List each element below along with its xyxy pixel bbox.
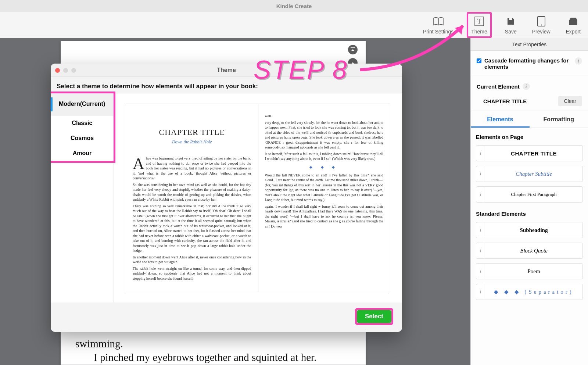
info-icon[interactable]: i — [476, 222, 485, 238]
app-titlebar: Kindle Create — [0, 0, 588, 12]
selection-marker-icon — [51, 97, 53, 111]
export-button[interactable]: Export — [564, 12, 583, 38]
book-page-left: CHAPTER TITLE Down the Rabbit-Hole Alice… — [126, 104, 258, 292]
preview-paragraph: The rabbit-hole went straight on like a … — [133, 266, 251, 281]
cascade-label: Cascade formatting changes for elements — [484, 57, 572, 70]
element-chapter-title[interactable]: i CHAPTER TITLE — [476, 145, 583, 161]
preview-paragraph: le to herself, 'after such a fall as thi… — [265, 151, 384, 161]
element-subheading[interactable]: i Subheading — [476, 222, 583, 238]
standard-elements-label: Standard Elements — [471, 205, 588, 220]
export-box-icon — [568, 16, 579, 27]
modal-title: Theme — [217, 67, 236, 74]
modal-footer: Select — [51, 303, 402, 330]
book-page-right: well. very deep, or she fell very slowly… — [258, 104, 390, 292]
app-title: Kindle Create — [276, 3, 312, 9]
zoom-window-icon — [71, 68, 76, 73]
cascade-checkbox[interactable] — [477, 58, 481, 63]
select-button[interactable]: Select — [357, 310, 391, 323]
clear-button[interactable]: Clear — [558, 96, 582, 106]
panel-tabs: Elements Formatting — [471, 111, 588, 128]
preview-paragraph: So she was considering in her own mind (… — [133, 182, 251, 202]
info-icon[interactable]: i — [476, 264, 485, 279]
tablet-icon — [536, 16, 547, 27]
select-button-highlight: Select — [355, 308, 393, 325]
info-icon[interactable]: i — [476, 146, 485, 161]
modal-instruction: Select a theme to determine how elements… — [51, 77, 402, 93]
preview-paragraph: well. — [265, 114, 384, 119]
minimize-window-icon — [63, 68, 68, 73]
elements-on-page-label: Elements on Page — [471, 128, 588, 143]
element-first-paragraph[interactable]: i Chapter First Paragraph — [476, 186, 583, 203]
preview-paragraph: In another moment down went Alice after … — [133, 255, 251, 265]
dropcap: A — [133, 156, 146, 170]
info-icon[interactable]: i — [476, 187, 485, 202]
preview-separator: ◆ ◆ ◆ — [265, 165, 384, 169]
preview-paragraph: There was nothing so very remarkable in … — [133, 204, 251, 253]
print-settings-button[interactable]: Print Settings — [421, 12, 456, 38]
element-separator[interactable]: i ◆ ◆ ◆ (Separator) — [476, 284, 583, 300]
theme-item-modern[interactable]: Modern(Current) — [51, 93, 114, 116]
close-window-icon[interactable] — [55, 68, 60, 73]
preview-paragraph: Alice was beginning to get very tired of… — [133, 156, 251, 181]
theme-modal: Theme Select a theme to determine how el… — [51, 64, 402, 332]
theme-item-amour[interactable]: Amour — [51, 146, 114, 161]
save-button[interactable]: Save — [503, 12, 519, 38]
text-properties-panel: Text Properties Cascade formatting chang… — [470, 38, 588, 365]
info-icon[interactable]: i — [476, 243, 485, 258]
doc-text-line: I pinched my eyebrows together and squin… — [94, 351, 316, 364]
preview-paragraph: again. 'I wonder if I shall fall right w… — [265, 204, 384, 229]
svg-point-3 — [541, 24, 542, 25]
preview-paragraph: Would the fall NEVER come to an end! 'I … — [265, 173, 384, 203]
book-icon — [433, 16, 444, 27]
info-icon[interactable]: i — [523, 83, 530, 90]
panel-title: Text Properties — [471, 38, 588, 51]
element-poem[interactable]: i Poem — [476, 263, 583, 279]
svg-rect-4 — [351, 47, 355, 48]
element-chapter-subtitle[interactable]: i Chapter Subtitle — [476, 166, 583, 182]
preview-button[interactable]: Preview — [530, 12, 553, 38]
modal-titlebar: Theme — [51, 64, 402, 77]
current-element-label: Current Element — [477, 83, 520, 90]
book-spread: CHAPTER TITLE Down the Rabbit-Hole Alice… — [126, 104, 390, 292]
doc-text-line: swimming. — [75, 338, 316, 350]
theme-item-classic[interactable]: Classic — [51, 116, 114, 131]
preview-chapter-title: CHAPTER TITLE — [133, 128, 251, 137]
element-block-quote[interactable]: i Block Quote — [476, 243, 583, 259]
window-traffic-lights — [55, 68, 76, 73]
info-icon[interactable]: i — [575, 57, 582, 65]
theme-t-icon: T — [474, 16, 485, 27]
theme-button[interactable]: T Theme — [467, 12, 492, 38]
theme-list-highlight: Modern(Current) Classic Cosmos Amour — [51, 92, 115, 163]
theme-item-cosmos[interactable]: Cosmos — [51, 131, 114, 146]
preview-chapter-subtitle: Down the Rabbit-Hole — [133, 139, 251, 145]
tab-formatting[interactable]: Formatting — [530, 111, 588, 128]
theme-list: Modern(Current) Classic Cosmos Amour — [51, 93, 114, 303]
tab-elements[interactable]: Elements — [471, 111, 530, 128]
save-icon — [505, 16, 516, 27]
info-icon[interactable]: i — [476, 166, 485, 182]
current-element-value: CHAPTER TITLE — [483, 98, 527, 104]
svg-text:T: T — [477, 18, 481, 25]
cascade-option: Cascade formatting changes for elements … — [471, 51, 588, 75]
top-toolbar: Print Settings T Theme Save Preview Expo… — [0, 12, 588, 38]
info-icon[interactable]: i — [476, 284, 485, 300]
document-visible-text: swimming. I pinched my eyebrows together… — [75, 338, 316, 364]
theme-preview: CHAPTER TITLE Down the Rabbit-Hole Alice… — [114, 93, 402, 303]
collapse-top-icon[interactable] — [348, 45, 358, 54]
preview-paragraph: very deep, or she fell very slowly, for … — [265, 120, 384, 150]
